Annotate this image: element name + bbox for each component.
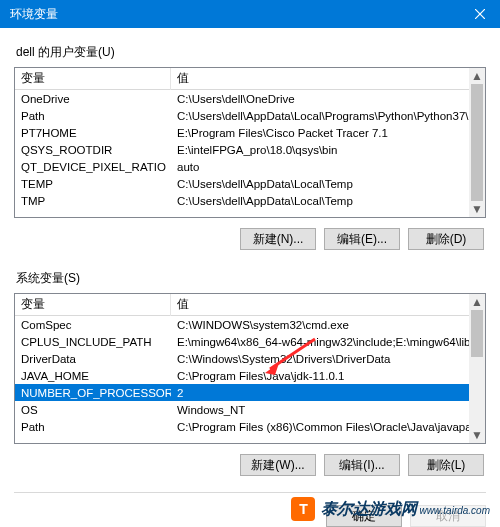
cell-variable: TMP	[15, 195, 171, 207]
cell-value: C:\Program Files\Java\jdk-11.0.1	[171, 370, 485, 382]
cell-variable: TEMP	[15, 178, 171, 190]
table-row[interactable]: OSWindows_NT	[15, 401, 485, 418]
cell-value: C:\Users\dell\AppData\Local\Temp	[171, 195, 485, 207]
cell-variable: CPLUS_INCLUDE_PATH	[15, 336, 171, 348]
cell-value: E:\intelFPGA_pro\18.0\qsys\bin	[171, 144, 485, 156]
cell-variable: ComSpec	[15, 319, 171, 331]
table-row[interactable]: PT7HOMEE:\Program Files\Cisco Packet Tra…	[15, 124, 485, 141]
table-row[interactable]: OneDriveC:\Users\dell\OneDrive	[15, 90, 485, 107]
user-delete-button[interactable]: 删除(D)	[408, 228, 484, 250]
table-row[interactable]: PathC:\Program Files (x86)\Common Files\…	[15, 418, 485, 435]
watermark-main: 泰尔达游戏网	[321, 500, 417, 517]
watermark-text: 泰尔达游戏网www.tairda.com	[321, 499, 490, 520]
cell-value: C:\Users\dell\OneDrive	[171, 93, 485, 105]
cell-value: C:\Users\dell\AppData\Local\Programs\Pyt…	[171, 110, 485, 122]
cell-variable: OS	[15, 404, 171, 416]
user-vars-list[interactable]: 变量 值 OneDriveC:\Users\dell\OneDrivePathC…	[14, 67, 486, 218]
scroll-down-icon[interactable]: ▼	[469, 427, 485, 443]
table-row[interactable]: PathC:\Users\dell\AppData\Local\Programs…	[15, 107, 485, 124]
cell-value: E:\mingw64\x86_64-w64-mingw32\include;E:…	[171, 336, 485, 348]
cell-variable: QT_DEVICE_PIXEL_RATIO	[15, 161, 171, 173]
scroll-up-icon[interactable]: ▲	[469, 68, 485, 84]
system-scrollbar[interactable]: ▲ ▼	[469, 294, 485, 443]
scroll-track[interactable]	[469, 84, 485, 201]
dialog-content: dell 的用户变量(U) 变量 值 OneDriveC:\Users\dell…	[0, 28, 500, 527]
user-scrollbar[interactable]: ▲ ▼	[469, 68, 485, 217]
cell-variable: Path	[15, 421, 171, 433]
user-new-button[interactable]: 新建(N)...	[240, 228, 316, 250]
system-delete-button[interactable]: 删除(L)	[408, 454, 484, 476]
user-edit-button[interactable]: 编辑(E)...	[324, 228, 400, 250]
system-buttons-row: 新建(W)... 编辑(I)... 删除(L)	[14, 454, 484, 476]
watermark: T 泰尔达游戏网www.tairda.com	[287, 495, 494, 523]
col-value[interactable]: 值	[171, 67, 485, 90]
system-new-button[interactable]: 新建(W)...	[240, 454, 316, 476]
cell-variable: Path	[15, 110, 171, 122]
cell-variable: QSYS_ROOTDIR	[15, 144, 171, 156]
user-buttons-row: 新建(N)... 编辑(E)... 删除(D)	[14, 228, 484, 250]
user-vars-body: OneDriveC:\Users\dell\OneDrivePathC:\Use…	[15, 90, 485, 217]
titlebar: 环境变量	[0, 0, 500, 28]
scroll-down-icon[interactable]: ▼	[469, 201, 485, 217]
watermark-suffix: www.tairda.com	[419, 505, 490, 516]
col-value[interactable]: 值	[171, 293, 485, 316]
table-row[interactable]: TEMPC:\Users\dell\AppData\Local\Temp	[15, 175, 485, 192]
watermark-logo-icon: T	[291, 497, 315, 521]
table-row[interactable]: QT_DEVICE_PIXEL_RATIOauto	[15, 158, 485, 175]
cell-variable: NUMBER_OF_PROCESSORS	[15, 387, 171, 399]
table-row[interactable]: JAVA_HOMEC:\Program Files\Java\jdk-11.0.…	[15, 367, 485, 384]
cell-value: C:\WINDOWS\system32\cmd.exe	[171, 319, 485, 331]
cell-variable: PT7HOME	[15, 127, 171, 139]
scroll-up-icon[interactable]: ▲	[469, 294, 485, 310]
table-row[interactable]: DriverDataC:\Windows\System32\Drivers\Dr…	[15, 350, 485, 367]
cell-value: C:\Users\dell\AppData\Local\Temp	[171, 178, 485, 190]
cell-value: auto	[171, 161, 485, 173]
scroll-thumb[interactable]	[471, 310, 483, 357]
scroll-thumb[interactable]	[471, 84, 483, 201]
cell-variable: JAVA_HOME	[15, 370, 171, 382]
table-row[interactable]: QSYS_ROOTDIRE:\intelFPGA_pro\18.0\qsys\b…	[15, 141, 485, 158]
cell-variable: DriverData	[15, 353, 171, 365]
system-edit-button[interactable]: 编辑(I)...	[324, 454, 400, 476]
table-row[interactable]: NUMBER_OF_PROCESSORS2	[15, 384, 485, 401]
col-variable[interactable]: 变量	[15, 293, 171, 316]
cell-value: C:\Windows\System32\Drivers\DriverData	[171, 353, 485, 365]
cell-value: 2	[171, 387, 485, 399]
table-row[interactable]: TMPC:\Users\dell\AppData\Local\Temp	[15, 192, 485, 209]
system-vars-header: 变量 值	[15, 294, 485, 316]
close-button[interactable]	[460, 0, 500, 28]
col-variable[interactable]: 变量	[15, 67, 171, 90]
system-vars-list[interactable]: 变量 值 ComSpecC:\WINDOWS\system32\cmd.exeC…	[14, 293, 486, 444]
scroll-track[interactable]	[469, 310, 485, 427]
cell-value: C:\Program Files (x86)\Common Files\Orac…	[171, 421, 485, 433]
system-vars-label: 系统变量(S)	[16, 270, 486, 287]
cell-variable: OneDrive	[15, 93, 171, 105]
cell-value: E:\Program Files\Cisco Packet Tracer 7.1	[171, 127, 485, 139]
close-icon	[475, 9, 485, 19]
table-row[interactable]: CPLUS_INCLUDE_PATHE:\mingw64\x86_64-w64-…	[15, 333, 485, 350]
user-vars-label: dell 的用户变量(U)	[16, 44, 486, 61]
table-row[interactable]: ComSpecC:\WINDOWS\system32\cmd.exe	[15, 316, 485, 333]
window-title: 环境变量	[10, 6, 58, 23]
system-vars-body: ComSpecC:\WINDOWS\system32\cmd.exeCPLUS_…	[15, 316, 485, 443]
cell-value: Windows_NT	[171, 404, 485, 416]
user-vars-header: 变量 值	[15, 68, 485, 90]
